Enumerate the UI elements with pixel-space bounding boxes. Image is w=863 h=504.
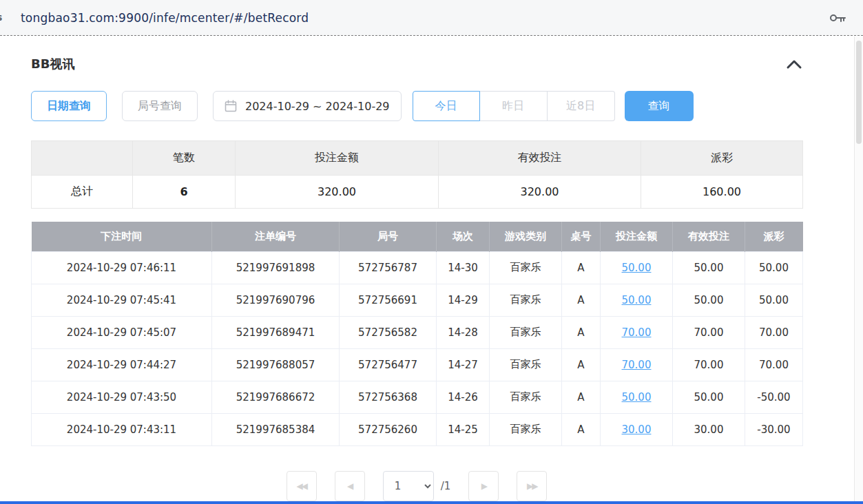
today-button[interactable]: 今日 [413, 91, 480, 121]
session-cell: 14-25 [437, 413, 490, 445]
summary-header-row: 笔数 投注金额 有效投注 派彩 [32, 141, 803, 176]
round-query-tab-button[interactable]: 局号查询 [122, 91, 198, 121]
column-header: 桌号 [562, 222, 601, 251]
date-range-input[interactable]: 2024-10-29 ~ 2024-10-29 [213, 91, 402, 121]
column-header: 注单编号 [212, 222, 340, 251]
table-id-cell: A [562, 348, 601, 381]
bet-amount-cell: 50.00 [601, 284, 673, 316]
next-page-button[interactable]: ▶ [468, 471, 499, 501]
valid-bet-cell: 50.00 [673, 251, 745, 284]
scrollbar-track[interactable] [854, 36, 863, 501]
bet-record-panel: BB视讯 日期查询 局号查询 2024-10-29 ~ 2024-10-29 今… [31, 36, 802, 501]
round-id-cell: 572756691 [340, 284, 437, 316]
column-header: 投注金额 [601, 222, 673, 251]
table-id-cell: A [562, 413, 601, 445]
browser-address-bar: s tongbao31.com:9900/infe/mcenter/#/betR… [0, 0, 863, 36]
bet-amount-link[interactable]: 70.00 [622, 326, 652, 339]
bet-amount-link[interactable]: 70.00 [622, 359, 652, 371]
summary-header-valid-bet: 有效投注 [439, 141, 641, 176]
summary-header-count: 笔数 [133, 141, 236, 176]
scrollbar-thumb[interactable] [856, 41, 862, 144]
table-row: 2024-10-29 07:44:27521997688057572756477… [32, 348, 803, 381]
payout-cell: 70.00 [745, 316, 803, 348]
table-id-cell: A [562, 284, 601, 316]
partial-favicon-icon: s [0, 12, 2, 23]
page-select-group: 1 /1 [383, 471, 451, 501]
bet-amount-cell: 50.00 [601, 251, 673, 284]
payout-cell: -30.00 [745, 413, 803, 445]
column-header: 派彩 [745, 222, 803, 251]
order-id-cell: 521997688057 [212, 348, 340, 381]
table-row: 2024-10-29 07:46:11521997691898572756787… [32, 251, 803, 284]
bet-table-head-row: 下注时间注单编号局号场次游戏类别桌号投注金额有效投注派彩 [32, 222, 803, 251]
column-header: 场次 [437, 222, 490, 251]
last-8-days-button[interactable]: 近8日 [548, 91, 615, 121]
bet-time-cell: 2024-10-29 07:43:50 [32, 381, 212, 413]
round-id-cell: 572756787 [340, 251, 437, 284]
column-header: 局号 [340, 222, 437, 251]
game-type-cell: 百家乐 [490, 284, 562, 316]
bet-time-cell: 2024-10-29 07:45:07 [32, 316, 212, 348]
summary-table: 笔数 投注金额 有效投注 派彩 总计 6 320.00 320.00 160.0… [31, 140, 803, 209]
game-type-cell: 百家乐 [490, 413, 562, 445]
summary-valid-bet-value: 320.00 [439, 176, 641, 209]
page-select[interactable]: 1 [383, 471, 434, 501]
order-id-cell: 521997691898 [212, 251, 340, 284]
column-header: 下注时间 [32, 222, 212, 251]
valid-bet-cell: 50.00 [673, 284, 745, 316]
calendar-icon [225, 100, 237, 112]
bottom-accent-bar [0, 501, 863, 504]
bet-record-table: 下注时间注单编号局号场次游戏类别桌号投注金额有效投注派彩 2024-10-29 … [31, 222, 803, 446]
table-row: 2024-10-29 07:45:41521997690796572756691… [32, 284, 803, 316]
round-id-cell: 572756368 [340, 381, 437, 413]
bet-time-cell: 2024-10-29 07:43:11 [32, 413, 212, 445]
table-id-cell: A [562, 316, 601, 348]
search-button[interactable]: 查询 [625, 91, 694, 121]
summary-header-blank [32, 141, 133, 176]
round-id-cell: 572756260 [340, 413, 437, 445]
date-query-tab-button[interactable]: 日期查询 [31, 91, 107, 121]
bet-time-cell: 2024-10-29 07:46:11 [32, 251, 212, 284]
order-id-cell: 521997689471 [212, 316, 340, 348]
panel-title: BB视讯 [31, 56, 74, 72]
filter-toolbar: 日期查询 局号查询 2024-10-29 ~ 2024-10-29 今日 昨日 … [31, 90, 802, 122]
summary-count-value: 6 [133, 176, 236, 209]
panel-title-row: BB视讯 [31, 56, 802, 72]
summary-total-label: 总计 [32, 176, 133, 209]
first-page-button[interactable]: ◀◀ [287, 471, 317, 501]
session-cell: 14-27 [437, 348, 490, 381]
prev-page-button[interactable]: ◀ [335, 471, 365, 501]
game-type-cell: 百家乐 [490, 251, 562, 284]
table-row: 2024-10-29 07:43:50521997686672572756368… [32, 381, 803, 413]
round-id-cell: 572756477 [340, 348, 437, 381]
saved-password-key-icon[interactable] [829, 10, 846, 26]
table-id-cell: A [562, 381, 601, 413]
column-header: 游戏类别 [490, 222, 562, 251]
game-type-cell: 百家乐 [490, 348, 562, 381]
address-bar-url[interactable]: tongbao31.com:9900/infe/mcenter/#/betRec… [21, 11, 309, 25]
payout-cell: 50.00 [745, 284, 803, 316]
bet-amount-link[interactable]: 30.00 [622, 423, 652, 436]
summary-header-bet-amount: 投注金额 [236, 141, 439, 176]
chevron-up-icon[interactable] [786, 58, 802, 70]
bet-amount-link[interactable]: 50.00 [622, 262, 652, 274]
valid-bet-cell: 30.00 [673, 413, 745, 445]
table-id-cell: A [562, 251, 601, 284]
bet-amount-link[interactable]: 50.00 [622, 391, 652, 403]
game-type-cell: 百家乐 [490, 381, 562, 413]
last-page-button[interactable]: ▶▶ [517, 471, 547, 501]
bet-time-cell: 2024-10-29 07:44:27 [32, 348, 212, 381]
bet-amount-link[interactable]: 50.00 [622, 294, 652, 306]
order-id-cell: 521997690796 [212, 284, 340, 316]
valid-bet-cell: 50.00 [673, 381, 745, 413]
payout-cell: -50.00 [745, 381, 803, 413]
yesterday-button[interactable]: 昨日 [480, 91, 548, 121]
bet-amount-cell: 70.00 [601, 316, 673, 348]
summary-header-payout: 派彩 [641, 141, 803, 176]
payout-cell: 70.00 [745, 348, 803, 381]
session-cell: 14-29 [437, 284, 490, 316]
session-cell: 14-28 [437, 316, 490, 348]
bet-time-cell: 2024-10-29 07:45:41 [32, 284, 212, 316]
table-row: 2024-10-29 07:43:11521997685384572756260… [32, 413, 803, 445]
bet-table-body: 2024-10-29 07:46:11521997691898572756787… [32, 251, 803, 445]
